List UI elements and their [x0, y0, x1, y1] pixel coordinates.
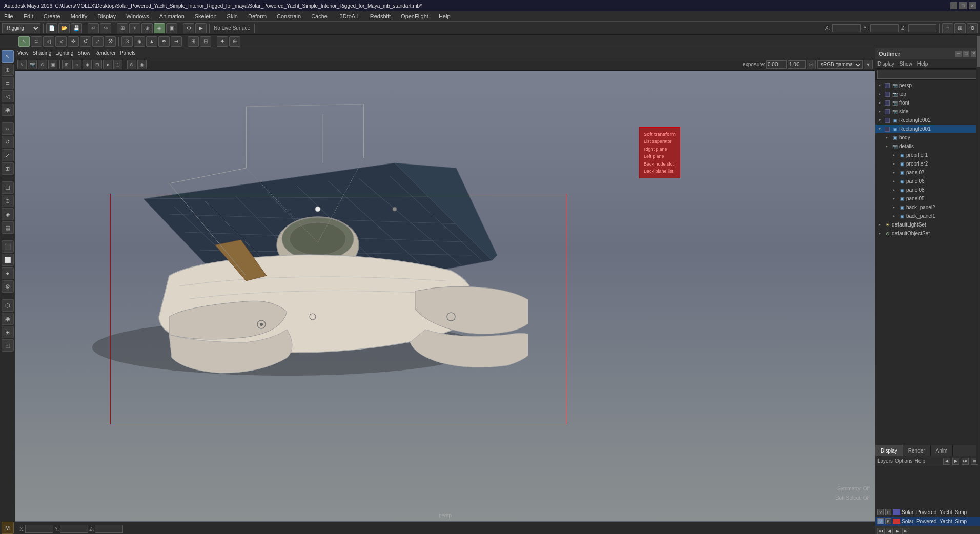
tree-checkbox[interactable] — [885, 109, 890, 114]
snap-curve-button[interactable]: ⌖ — [129, 23, 140, 33]
tree-item-panel05[interactable]: ▸▣panel05 — [875, 194, 980, 203]
save-file-button[interactable]: 💾 — [71, 23, 82, 33]
crease-button[interactable]: ▲ — [146, 36, 157, 47]
tab-render[interactable]: Render — [903, 445, 931, 456]
z-input[interactable] — [95, 525, 123, 533]
create-nurbs-left[interactable]: ⬜ — [2, 254, 14, 266]
tree-item-defaultobjectset[interactable]: ▸⊙defaultObjectSet — [875, 229, 980, 238]
gain-input[interactable] — [788, 60, 806, 69]
component-left-button[interactable]: ⊞ — [2, 326, 14, 338]
menu-item-deform[interactable]: Deform — [246, 13, 269, 19]
vp-img-plane-btn[interactable]: ▣ — [48, 60, 57, 69]
menu-item---dtoall-[interactable]: -3DtoAll- — [336, 13, 362, 19]
attribute-editor-button[interactable]: ⊞ — [954, 23, 966, 33]
vp-grid-btn[interactable]: ⊞ — [62, 60, 71, 69]
snap-live-button[interactable]: ▣ — [166, 23, 177, 33]
z-coord-field[interactable] — [908, 24, 936, 32]
snap-grid-button[interactable]: ⊞ — [117, 23, 128, 33]
new-file-button[interactable]: 📄 — [46, 23, 57, 33]
layers-menu[interactable]: Layers — [877, 458, 893, 464]
tree-item-defaultlightset[interactable]: ▸☀defaultLightSet — [875, 220, 980, 229]
display-left-button[interactable]: ☐ — [2, 181, 14, 194]
menu-item-skeleton[interactable]: Skeleton — [193, 13, 219, 19]
tree-item-details[interactable]: ▸📷details — [875, 142, 980, 151]
move-left-button[interactable]: ↔ — [2, 122, 14, 135]
tree-item-side[interactable]: ▸📷side — [875, 107, 980, 116]
snap-view-button[interactable]: ◈ — [154, 23, 165, 33]
layers-arrow-up[interactable]: ◀ — [943, 458, 950, 465]
menu-item-constrain[interactable]: Constrain — [275, 13, 303, 19]
tree-checkbox[interactable] — [885, 118, 890, 123]
menu-item-openflight[interactable]: OpenFlight — [399, 13, 431, 19]
layers-arrow-end[interactable]: ⏭ — [962, 458, 969, 465]
outliner-show-menu[interactable]: Show — [900, 61, 912, 67]
move-tool-button[interactable]: ✛ — [68, 36, 79, 47]
redirect-button[interactable]: ⇝ — [171, 36, 182, 47]
tool-settings-button[interactable]: ⚙ — [967, 23, 978, 33]
show-manip-button[interactable]: ⊞ — [188, 36, 199, 47]
lasso-left-button[interactable]: ⊂ — [2, 77, 14, 89]
x-input[interactable] — [25, 525, 53, 533]
vp-renderer-menu[interactable]: Renderer — [94, 50, 116, 56]
vp-color-btn[interactable]: ▼ — [864, 60, 873, 69]
minimize-button[interactable]: ─ — [950, 2, 957, 9]
paint-left-button[interactable]: ⊕ — [2, 64, 14, 76]
layers-help-menu[interactable]: Help — [914, 458, 925, 464]
layers-arrow-dn[interactable]: ▶ — [952, 458, 959, 465]
menu-item-help[interactable]: Help — [437, 13, 453, 19]
close-button[interactable]: ✕ — [969, 2, 976, 9]
outliner-display-menu[interactable]: Display — [877, 61, 894, 67]
layer-pickable-0[interactable]: P — [885, 509, 891, 515]
universal-left-button[interactable]: ⊞ — [2, 162, 14, 175]
layer-item-0[interactable]: VPSolar_Powered_Yacht_Simp — [875, 507, 980, 517]
render-left-button[interactable]: ⊙ — [2, 195, 14, 207]
create-poly-left[interactable]: ⬛ — [2, 240, 14, 253]
outliner-search-input[interactable] — [877, 70, 978, 79]
tree-item-front[interactable]: ▸📷front — [875, 98, 980, 107]
gamma-select[interactable]: sRGB gamma — [817, 60, 863, 69]
tree-item-top[interactable]: ▸📷top — [875, 90, 980, 98]
open-file-button[interactable]: 📂 — [58, 23, 70, 33]
tree-item-body[interactable]: ▸▣body — [875, 133, 980, 142]
tree-checkbox[interactable] — [885, 83, 890, 88]
select-left-button[interactable]: ↖ — [2, 50, 14, 63]
mode-selector[interactable]: Rigging Animation Modeling — [2, 23, 40, 33]
poly-left-button[interactable]: ◈ — [2, 208, 14, 220]
undo-button[interactable]: ↩ — [88, 23, 99, 33]
panel-nav-first[interactable]: ⏮ — [877, 528, 885, 535]
soft-select-left-button[interactable]: ◉ — [2, 104, 14, 116]
joint-left-button[interactable]: ● — [2, 267, 14, 279]
menu-item-redshift[interactable]: Redshift — [368, 13, 393, 19]
redo-button[interactable]: ↪ — [100, 23, 111, 33]
quick-layout-button[interactable]: ◰ — [2, 339, 14, 352]
panel-nav-last[interactable]: ⏭ — [902, 528, 909, 535]
menu-item-edit[interactable]: Edit — [22, 13, 35, 19]
tree-item-panel07[interactable]: ▸▣panel07 — [875, 168, 980, 177]
y-input[interactable] — [60, 525, 88, 533]
tree-item-back_panel2[interactable]: ▸▣back_panel2 — [875, 203, 980, 212]
vp-view-menu[interactable]: View — [17, 50, 29, 56]
vp-xray-btn[interactable]: ◌ — [113, 60, 122, 69]
vp-select-btn[interactable]: ↖ — [17, 60, 27, 69]
vp-isolate-btn[interactable]: ⊙ — [127, 60, 136, 69]
outliner-minimize[interactable]: ─ — [955, 51, 962, 57]
vp-gamma-check[interactable]: ☑ — [807, 60, 816, 69]
menu-item-create[interactable]: Create — [42, 13, 63, 19]
panel-nav-next[interactable]: ▶ — [894, 528, 901, 535]
menu-item-modify[interactable]: Modify — [69, 13, 89, 19]
tree-item-back_panel1[interactable]: ▸▣back_panel1 — [875, 212, 980, 220]
exposure-input[interactable] — [766, 60, 787, 69]
menu-item-file[interactable]: File — [2, 13, 15, 19]
create-join-button[interactable]: ✦ — [217, 36, 228, 47]
tree-item-rectangle002[interactable]: ▾▣Rectangle002 — [875, 116, 980, 125]
vp-bookmark-btn[interactable]: ⊙ — [38, 60, 47, 69]
paint-weight-button[interactable]: ◉ — [2, 313, 14, 325]
tree-item-proprlier2[interactable]: ▸▣proprlier2 — [875, 159, 980, 168]
scale-left-button[interactable]: ⤢ — [2, 149, 14, 161]
sculpt-button[interactable]: ◈ — [134, 36, 145, 47]
tree-checkbox[interactable] — [885, 127, 890, 132]
tree-item-persp[interactable]: ▾📷persp — [875, 81, 980, 90]
menu-item-animation[interactable]: Animation — [157, 13, 187, 19]
outliner-maximize[interactable]: □ — [963, 51, 969, 57]
vp-texture-btn[interactable]: ◈ — [83, 60, 92, 69]
